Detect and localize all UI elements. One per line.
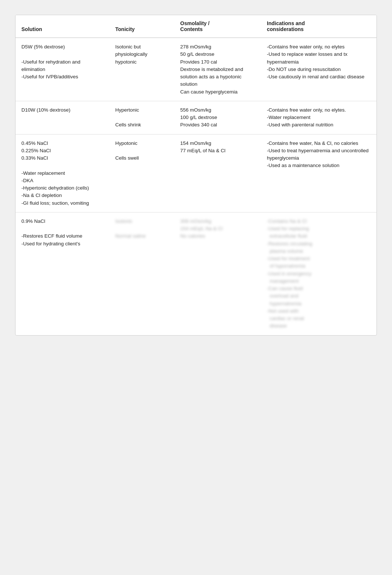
cell-osmolality-0: 278 mOsm/kg 50 g/L dextrose Provides 170… [174,38,261,101]
table-row: D10W (10% dextrose)Hypertonic Cells shri… [16,101,376,134]
cell-indications-0: -Contains free water only, no elytes -Us… [261,38,376,101]
cell-solution-3: 0.9% NaCl -Restores ECF fluid volume -Us… [16,212,109,335]
cell-osmolality-2: 154 mOsm/kg 77 mEq/L of Na & Cl [174,134,261,212]
cell-indications-2: -Contains free water, Na & Cl, no calori… [261,134,376,212]
header-indications: Indications andconsiderations [261,15,376,38]
main-table-wrapper: Solution Tonicity Osmolality /Contents I… [15,15,377,336]
header-tonicity: Tonicity [109,15,174,38]
cell-osmolality-3: 308 mOsm/kg 154 mEq/L Na & Cl No calorie… [174,212,261,335]
table-row: D5W (5% dextrose) -Useful for rehydratio… [16,38,376,101]
cell-osmolality-1: 556 mOsm/kg 100 g/L dextrose Provides 34… [174,101,261,134]
cell-indications-3: -Contains Na & Cl -Used for replacing ex… [261,212,376,335]
iv-solutions-table: Solution Tonicity Osmolality /Contents I… [16,15,376,335]
cell-solution-0: D5W (5% dextrose) -Useful for rehydratio… [16,38,109,101]
table-row: 0.45% NaCl 0.225% NaCl 0.33% NaCl -Water… [16,134,376,212]
cell-solution-2: 0.45% NaCl 0.225% NaCl 0.33% NaCl -Water… [16,134,109,212]
cell-tonicity-2: Hypotonic Cells swell [109,134,174,212]
table-header-row: Solution Tonicity Osmolality /Contents I… [16,15,376,38]
cell-tonicity-3: Isotonic Normal saline [109,212,174,335]
table-row: 0.9% NaCl -Restores ECF fluid volume -Us… [16,212,376,335]
header-osmolality: Osmolality /Contents [174,15,261,38]
cell-indications-1: -Contains free water only, no elytes. -W… [261,101,376,134]
cell-tonicity-0: Isotonic but physiologically hypotonic [109,38,174,101]
cell-solution-1: D10W (10% dextrose) [16,101,109,134]
cell-tonicity-1: Hypertonic Cells shrink [109,101,174,134]
header-solution: Solution [16,15,109,38]
